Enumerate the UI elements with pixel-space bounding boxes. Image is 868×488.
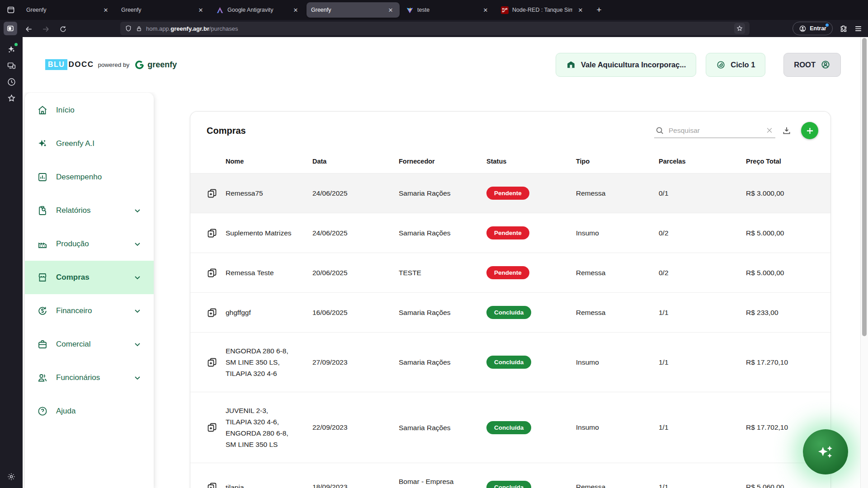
cell-status: Pendente	[486, 266, 576, 279]
company-name: Vale Aquicultura Incorporaç...	[581, 61, 686, 69]
menu-hamburger-icon[interactable]	[854, 24, 863, 33]
cell-fornecedor: Samaria Rações	[399, 357, 486, 368]
new-tab-button[interactable]: +	[592, 3, 606, 17]
sidebar-item-financeiro[interactable]: Financeiro	[25, 294, 154, 328]
sidebar-item-in-cio[interactable]: Início	[25, 94, 154, 127]
duplicate-purchase-icon[interactable]	[207, 228, 226, 239]
duplicate-purchase-icon[interactable]	[207, 188, 226, 199]
sidebar-item-label: Início	[56, 106, 75, 115]
purchase-row[interactable]: ENGORDA 280 6-8, SM LINE 350 LS, TILAPIA…	[190, 332, 830, 392]
tab-title: Greenfy	[311, 7, 382, 13]
column-header: Data	[312, 158, 399, 165]
duplicate-purchase-icon[interactable]	[207, 307, 226, 318]
sidebar-item-compras[interactable]: Compras	[25, 261, 154, 294]
bookmarks-star-icon[interactable]	[4, 91, 19, 105]
browser-tab[interactable]: Google Antigravity ✕	[212, 2, 305, 18]
extensions-puzzle-icon[interactable]	[839, 24, 848, 33]
duplicate-purchase-icon[interactable]	[207, 422, 226, 433]
url-path: /purchases	[209, 25, 238, 32]
table-header-row: NomeDataFornecedorStatusTipoParcelasPreç…	[190, 150, 830, 173]
shield-icon[interactable]	[125, 25, 132, 32]
column-header: Preço Total	[746, 158, 814, 165]
purchase-row[interactable]: Remessa Teste 20/06/2025 TESTE Pendente …	[190, 253, 830, 292]
scrollbar-thumb[interactable]	[862, 38, 867, 336]
cell-data: 27/09/2023	[312, 358, 399, 366]
url-prefix: hom.app.	[146, 25, 170, 32]
app-header: BLU DOCC powered by greenfy Vale Aquicul…	[23, 37, 868, 92]
firefox-view-icon[interactable]	[4, 3, 18, 17]
sidebar-item-label: Relatórios	[56, 206, 91, 215]
history-clock-icon[interactable]	[4, 75, 19, 89]
clear-search-icon[interactable]	[764, 126, 774, 136]
add-purchase-button[interactable]	[801, 122, 818, 139]
sidebar-item-produ-o[interactable]: Produção	[25, 227, 154, 261]
close-tab-icon[interactable]: ✕	[196, 5, 205, 14]
tab-title: teste	[417, 7, 477, 13]
duplicate-purchase-icon[interactable]	[207, 357, 226, 368]
settings-gear-icon[interactable]	[4, 470, 19, 483]
column-header: Fornecedor	[399, 158, 486, 165]
cell-fornecedor: Samaria Rações	[399, 227, 486, 239]
close-tab-icon[interactable]: ✕	[481, 5, 490, 14]
signin-button[interactable]: Entrar	[793, 22, 833, 35]
ai-chat-icon[interactable]	[4, 42, 19, 56]
browser-tab[interactable]: Greenfy ✕	[22, 2, 115, 18]
devices-icon[interactable]	[4, 59, 19, 72]
purchases-card: Compras NomeDataFornecedorStatusTipoParc…	[190, 111, 831, 488]
vite-favicon-icon	[406, 6, 414, 14]
close-tab-icon[interactable]: ✕	[291, 5, 300, 14]
help-icon	[37, 406, 48, 417]
cell-parcelas: 0/1	[659, 189, 746, 197]
browser-tab[interactable]: Greenfy ✕	[307, 2, 400, 18]
ai-assistant-fab[interactable]	[803, 429, 848, 474]
sidebar-item-relat-rios[interactable]: Relatórios	[25, 194, 154, 227]
bookmark-star-icon[interactable]	[734, 23, 745, 34]
cycle-selector-button[interactable]: Ciclo 1	[706, 53, 765, 77]
farm-building-icon	[566, 60, 576, 70]
account-icon	[799, 25, 807, 33]
purchase-row[interactable]: Suplemento Matrizes 24/06/2025 Samaria R…	[190, 213, 830, 253]
browser-tab[interactable]: Node-RED : Tanque Simulação ✕	[496, 2, 590, 18]
back-icon[interactable]	[23, 23, 34, 35]
reload-icon[interactable]	[57, 23, 69, 35]
duplicate-purchase-icon[interactable]	[207, 482, 226, 488]
close-tab-icon[interactable]: ✕	[101, 5, 110, 14]
purchase-row[interactable]: ghgffggf 16/06/2025 Samaria Rações Concl…	[190, 292, 830, 332]
search-input[interactable]	[669, 127, 760, 135]
sidebar-toggle-icon[interactable]	[4, 22, 17, 35]
sidebar-item-ajuda[interactable]: Ajuda	[25, 394, 154, 428]
cell-fornecedor: TESTE	[399, 267, 486, 278]
company-selector-button[interactable]: Vale Aquicultura Incorporaç...	[556, 53, 696, 77]
sidebar-item-desempenho[interactable]: Desempenho	[25, 160, 154, 194]
cell-parcelas: 1/1	[659, 309, 746, 317]
duplicate-purchase-icon[interactable]	[207, 267, 226, 278]
cell-preco: R$ 5.060,00	[746, 483, 814, 488]
url-bar[interactable]: hom.app.greenfy.agr.br/purchases	[120, 22, 750, 35]
purchase-row[interactable]: tilapia 18/09/2023 Bomar - Empresa Brasi…	[190, 463, 830, 488]
purchase-row[interactable]: Remessa75 24/06/2025 Samaria Rações Pend…	[190, 173, 830, 213]
sidebar-item-greenfy-a-i[interactable]: Greenfy A.I	[25, 127, 154, 160]
sidebar-item-label: Funcionários	[56, 373, 100, 382]
download-icon[interactable]	[781, 125, 793, 136]
cell-parcelas: 1/1	[659, 483, 746, 488]
close-tab-icon[interactable]: ✕	[386, 5, 395, 14]
forward-icon[interactable]	[40, 23, 52, 35]
logo-powered-by: powered by	[98, 61, 129, 68]
page-scrollbar[interactable]	[860, 37, 868, 488]
cell-tipo: Remessa	[576, 189, 659, 197]
chevron-down-icon	[132, 372, 143, 383]
url-domain: greenfy.agr.br	[170, 25, 209, 32]
logo-brand: greenfy	[147, 60, 177, 70]
purchase-row[interactable]: JUVENIL 2-3, TILAPIA 320 4-6, ENGORDA 28…	[190, 392, 830, 463]
cell-status: Concluída	[486, 421, 576, 434]
lock-icon[interactable]	[136, 25, 142, 32]
user-menu-button[interactable]: ROOT	[783, 53, 841, 77]
sidebar-item-comercial[interactable]: Comercial	[25, 328, 154, 361]
browser-tab[interactable]: teste ✕	[401, 2, 495, 18]
browser-tab[interactable]: Greenfy ✕	[117, 2, 210, 18]
sidebar-item-funcion-rios[interactable]: Funcionários	[25, 361, 154, 394]
close-tab-icon[interactable]: ✕	[576, 5, 585, 14]
greenfy-app-page: BLU DOCC powered by greenfy Vale Aquicul…	[23, 37, 868, 488]
user-name: ROOT	[794, 61, 816, 69]
chevron-down-icon	[132, 272, 143, 283]
